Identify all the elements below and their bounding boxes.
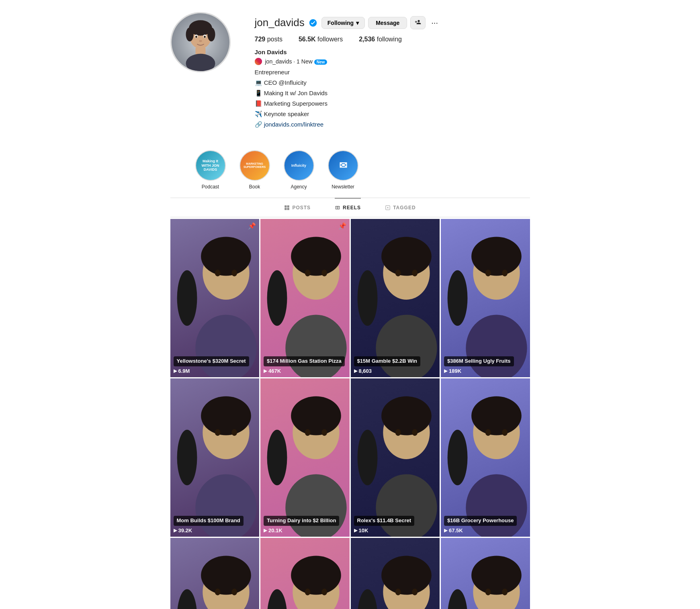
svg-point-71 <box>201 556 251 595</box>
more-options-button[interactable]: ··· <box>429 16 440 29</box>
tab-posts-label: POSTS <box>292 205 311 210</box>
highlight-book[interactable]: MARKETINGSUPERPOWERS Book <box>239 150 271 190</box>
reel-overlay-6: Turning Dairy into $2 Billion▶20.1K <box>260 513 350 537</box>
posts-stat[interactable]: 729 posts <box>255 36 282 43</box>
username: jon_davids <box>255 16 305 29</box>
reel-title-2: $174 Million Gas Station Pizza <box>264 356 345 366</box>
grid-item-12[interactable]: $500M <box>441 538 530 609</box>
add-person-button[interactable] <box>410 16 426 29</box>
svg-point-81 <box>357 589 377 609</box>
highlight-label-book: Book <box>249 184 260 190</box>
reel-overlay-2: $174 Million Gas Station Pizza▶467K <box>260 353 350 377</box>
svg-point-83 <box>381 556 432 595</box>
svg-point-68 <box>502 429 508 436</box>
svg-point-32 <box>321 270 327 276</box>
grid-item-6[interactable]: Turning Dairy into $2 Billion▶20.1K <box>260 378 350 537</box>
svg-point-35 <box>381 237 432 276</box>
tab-posts[interactable]: POSTS <box>284 198 311 217</box>
svg-point-10 <box>195 36 197 38</box>
highlight-circle-newsletter: ✉ <box>328 150 358 181</box>
svg-point-89 <box>471 556 522 595</box>
grid-item-10[interactable]: $100Million Burgers <box>260 538 350 609</box>
highlight-agency[interactable]: Influicity Agency <box>283 150 315 190</box>
chevron-down-icon: ▾ <box>356 20 359 26</box>
bio-link[interactable]: 🔗 jondavids.com/linktree <box>255 120 530 129</box>
reel-views-7: ▶10K <box>354 527 437 533</box>
grid-item-7[interactable]: Rolex's $11.4B Secret▶10K <box>351 378 440 537</box>
tab-tagged[interactable]: TAGGED <box>385 198 415 217</box>
reel-views-6: ▶20.1K <box>264 527 346 533</box>
person-svg-11 <box>351 538 440 609</box>
reel-views-5: ▶39.2K <box>174 527 256 533</box>
notes-text: jon_davids · 1 New New <box>265 58 327 65</box>
reel-title-3: $15M Gamble $2.2B Win <box>354 356 420 366</box>
tab-reels-label: REELS <box>343 205 361 210</box>
svg-point-43 <box>485 270 491 276</box>
followers-stat[interactable]: 56.5K followers <box>299 36 343 43</box>
highlights-section: Making ItWITH JON DAVIDS Podcast MARKETI… <box>170 142 530 198</box>
grid-item-11[interactable]: 4 Ways to Get Rich <box>351 538 440 609</box>
reel-title-5: Mom Builds $100M Brand <box>174 516 244 526</box>
svg-rect-16 <box>285 208 287 210</box>
grid-item-3[interactable]: $15M Gamble $2.2B Win▶8,603 <box>351 219 440 377</box>
svg-rect-14 <box>285 205 287 207</box>
highlight-circle-book: MARKETINGSUPERPOWERS <box>239 150 270 181</box>
play-icon: ▶ <box>354 368 357 374</box>
play-icon: ▶ <box>444 528 447 533</box>
grid-section: 📌Yellowstone's $320M Secret▶6.9M📌$174 Mi… <box>170 219 530 609</box>
svg-point-33 <box>357 270 377 326</box>
reel-overlay-8: $16B Grocery Powerhouse▶67.5K <box>441 513 530 537</box>
grid-item-1[interactable]: 📌Yellowstone's $320M Secret▶6.9M <box>170 219 260 377</box>
grid-item-9[interactable]: $69K to Billions <box>170 538 260 609</box>
website-link[interactable]: 🔗 jondavids.com/linktree <box>255 121 324 128</box>
svg-point-53 <box>291 396 341 435</box>
following-button[interactable]: Following ▾ <box>321 17 365 29</box>
bio-category: Entrepreneur <box>255 67 530 77</box>
play-icon: ▶ <box>174 368 177 374</box>
profile-info: jon_davids Following ▾ Message <box>255 12 530 130</box>
highlight-label-podcast: Podcast <box>202 184 219 190</box>
reel-overlay-4: $386M Selling Ugly Fruits▶189K <box>441 353 530 377</box>
svg-point-31 <box>305 270 311 276</box>
svg-point-25 <box>215 270 220 276</box>
svg-point-59 <box>381 396 432 435</box>
grid-item-5[interactable]: Mom Builds $100M Brand▶39.2K <box>170 378 260 537</box>
play-icon: ▶ <box>444 368 447 374</box>
bio-line-3: 📕 Marketing Superpowers <box>255 99 530 108</box>
highlight-podcast[interactable]: Making ItWITH JON DAVIDS Podcast <box>194 150 227 190</box>
grid-item-4[interactable]: $386M Selling Ugly Fruits▶189K <box>441 219 530 377</box>
svg-point-80 <box>321 589 327 595</box>
svg-point-6 <box>186 28 193 42</box>
svg-point-7 <box>207 28 215 42</box>
svg-point-29 <box>291 237 341 276</box>
svg-point-18 <box>337 207 338 208</box>
person-svg-9 <box>170 538 260 609</box>
username-row: jon_davids Following ▾ Message <box>255 16 530 29</box>
person-svg-10 <box>260 538 350 609</box>
svg-point-86 <box>412 589 418 595</box>
following-stat[interactable]: 2,536 following <box>359 36 402 43</box>
play-icon: ▶ <box>354 528 357 533</box>
new-badge: New <box>314 59 327 65</box>
person-svg-12 <box>441 538 530 609</box>
svg-point-77 <box>291 556 341 595</box>
svg-point-62 <box>412 429 418 436</box>
reel-overlay-3: $15M Gamble $2.2B Win▶8,603 <box>351 353 440 377</box>
svg-point-23 <box>201 237 251 276</box>
bio-line-4: ✈️ Keynote speaker <box>255 109 530 119</box>
svg-point-38 <box>412 270 418 276</box>
notes-row[interactable]: jon_davids · 1 New New <box>255 58 530 65</box>
svg-point-13 <box>255 58 262 65</box>
tab-reels[interactable]: REELS <box>335 198 361 217</box>
svg-point-61 <box>395 429 401 436</box>
svg-rect-17 <box>287 208 289 210</box>
svg-rect-3 <box>195 47 205 55</box>
reel-title-4: $386M Selling Ugly Fruits <box>444 356 514 366</box>
highlight-label-newsletter: Newsletter <box>332 184 354 190</box>
highlight-newsletter[interactable]: ✉ Newsletter <box>327 150 359 190</box>
message-button[interactable]: Message <box>368 17 407 29</box>
svg-point-69 <box>177 589 197 609</box>
grid-item-2[interactable]: 📌$174 Million Gas Station Pizza▶467K <box>260 219 350 377</box>
grid-item-8[interactable]: $16B Grocery Powerhouse▶67.5K <box>441 378 530 537</box>
play-icon: ▶ <box>174 528 177 533</box>
